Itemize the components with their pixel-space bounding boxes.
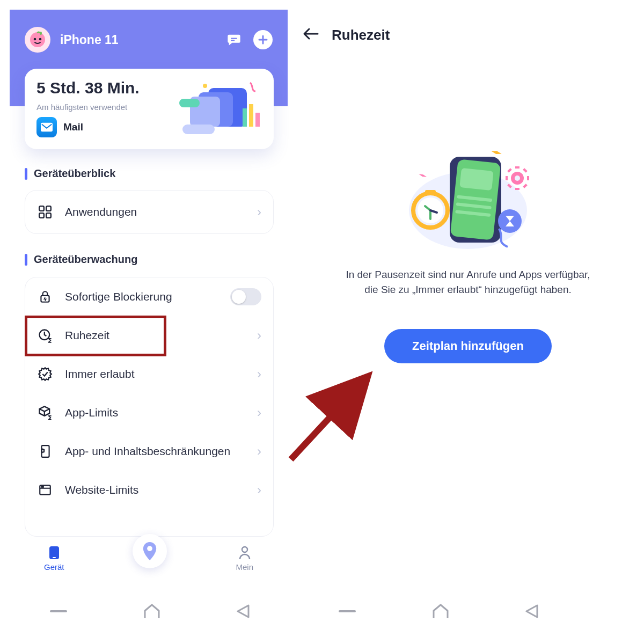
svg-rect-37 bbox=[53, 557, 56, 558]
svg-rect-17 bbox=[46, 206, 51, 211]
back-button[interactable] bbox=[303, 26, 319, 44]
svg-point-0 bbox=[30, 32, 45, 47]
svg-rect-29 bbox=[459, 168, 493, 191]
svg-rect-41 bbox=[339, 610, 356, 612]
svg-point-2 bbox=[39, 38, 42, 41]
svg-point-35 bbox=[515, 175, 520, 181]
recent-apps-icon[interactable] bbox=[336, 604, 358, 618]
usage-subtitle: Am häufigsten verwendet bbox=[36, 103, 171, 112]
svg-point-23 bbox=[41, 449, 44, 452]
svg-point-12 bbox=[203, 84, 207, 88]
svg-rect-13 bbox=[243, 108, 247, 127]
android-nav-left bbox=[11, 603, 290, 619]
downtime-illustration bbox=[398, 141, 538, 253]
tab-device[interactable]: Gerät bbox=[44, 545, 64, 572]
downtime-row[interactable]: Ruhezeit › bbox=[25, 316, 273, 355]
svg-rect-14 bbox=[249, 104, 253, 127]
recent-apps-icon[interactable] bbox=[48, 604, 69, 618]
svg-rect-22 bbox=[42, 445, 49, 457]
svg-rect-5 bbox=[231, 40, 235, 41]
seal-check-icon bbox=[37, 366, 53, 382]
phone-gear-icon bbox=[37, 443, 53, 459]
clock-hourglass-icon bbox=[37, 327, 53, 343]
monitoring-card: Sofortige Blockierung Ruhezeit › Immer e… bbox=[25, 277, 274, 537]
instant-block-toggle[interactable] bbox=[230, 288, 261, 305]
home-icon[interactable] bbox=[143, 603, 161, 619]
svg-point-38 bbox=[148, 546, 153, 551]
svg-rect-32 bbox=[425, 190, 436, 194]
svg-point-39 bbox=[242, 547, 247, 552]
avatar[interactable] bbox=[25, 27, 50, 53]
svg-rect-16 bbox=[39, 206, 44, 211]
svg-rect-6 bbox=[41, 122, 53, 131]
downtime-screen: Ruhezeit bbox=[288, 0, 644, 558]
page-title: Ruhezeit bbox=[332, 27, 390, 43]
overview-card: Anwendungen › bbox=[25, 190, 274, 234]
device-tab-icon bbox=[47, 545, 62, 560]
overview-section-title: Geräteüberblick bbox=[25, 167, 115, 180]
browser-icon bbox=[37, 482, 53, 498]
svg-rect-18 bbox=[39, 213, 44, 218]
home-icon[interactable] bbox=[431, 603, 450, 619]
plus-icon bbox=[258, 35, 268, 45]
android-nav-right bbox=[299, 603, 579, 619]
profile-icon bbox=[237, 545, 252, 560]
tab-mine[interactable]: Mein bbox=[236, 545, 253, 572]
content-restrictions-row[interactable]: App- und Inhaltsbeschränkungen › bbox=[25, 432, 273, 471]
svg-rect-11 bbox=[179, 99, 200, 107]
bottom-tab-bar: Gerät Mein bbox=[10, 537, 288, 580]
monitoring-section-title: Geräteüberwachung bbox=[25, 253, 137, 266]
apps-row[interactable]: Anwendungen › bbox=[25, 191, 273, 233]
app-limits-row[interactable]: App-Limits › bbox=[25, 393, 273, 432]
always-allowed-row[interactable]: Immer erlaubt › bbox=[25, 355, 273, 393]
back-nav-icon[interactable] bbox=[523, 603, 541, 619]
svg-rect-25 bbox=[42, 487, 43, 487]
mail-icon bbox=[36, 117, 57, 137]
svg-rect-19 bbox=[46, 213, 51, 218]
svg-point-3 bbox=[40, 32, 42, 35]
instant-block-row[interactable]: Sofortige Blockierung bbox=[25, 277, 273, 316]
messages-button[interactable] bbox=[224, 30, 244, 49]
arrow-left-icon bbox=[303, 27, 319, 40]
chevron-right-icon: › bbox=[257, 482, 261, 497]
chevron-right-icon: › bbox=[257, 405, 261, 420]
usage-illustration bbox=[171, 78, 262, 137]
location-pin-icon bbox=[142, 542, 158, 560]
website-limits-row[interactable]: Website-Limits › bbox=[25, 471, 273, 509]
most-used-app: Mail bbox=[63, 121, 83, 133]
chevron-right-icon: › bbox=[257, 444, 261, 459]
usage-stats-card[interactable]: 5 Std. 38 Min. Am häufigsten verwendet M… bbox=[25, 69, 274, 149]
svg-point-33 bbox=[498, 209, 522, 233]
chat-icon bbox=[226, 32, 241, 47]
usage-time: 5 Std. 38 Min. bbox=[36, 79, 171, 97]
downtime-description: In der Pausenzeit sind nur Anrufe und Ap… bbox=[345, 267, 591, 297]
chevron-right-icon: › bbox=[257, 367, 261, 382]
character-icon bbox=[29, 31, 46, 48]
chevron-right-icon: › bbox=[257, 328, 261, 343]
lock-bolt-icon bbox=[37, 289, 53, 305]
add-schedule-button[interactable]: Zeitplan hinzufügen bbox=[384, 329, 552, 363]
svg-rect-40 bbox=[50, 610, 67, 612]
device-name[interactable]: iPhone 11 bbox=[60, 33, 215, 47]
tab-location[interactable] bbox=[133, 534, 167, 568]
apps-icon bbox=[37, 204, 53, 220]
back-nav-icon[interactable] bbox=[235, 603, 253, 619]
svg-rect-10 bbox=[182, 125, 215, 134]
chevron-right-icon: › bbox=[257, 204, 261, 219]
svg-rect-15 bbox=[255, 113, 260, 127]
svg-rect-4 bbox=[231, 38, 237, 39]
device-overview-screen: iPhone 11 5 Std. 38 Min. Am häufigsten v… bbox=[0, 0, 288, 558]
svg-point-1 bbox=[34, 38, 36, 41]
cube-hourglass-icon bbox=[37, 405, 53, 421]
add-device-button[interactable] bbox=[253, 30, 273, 49]
